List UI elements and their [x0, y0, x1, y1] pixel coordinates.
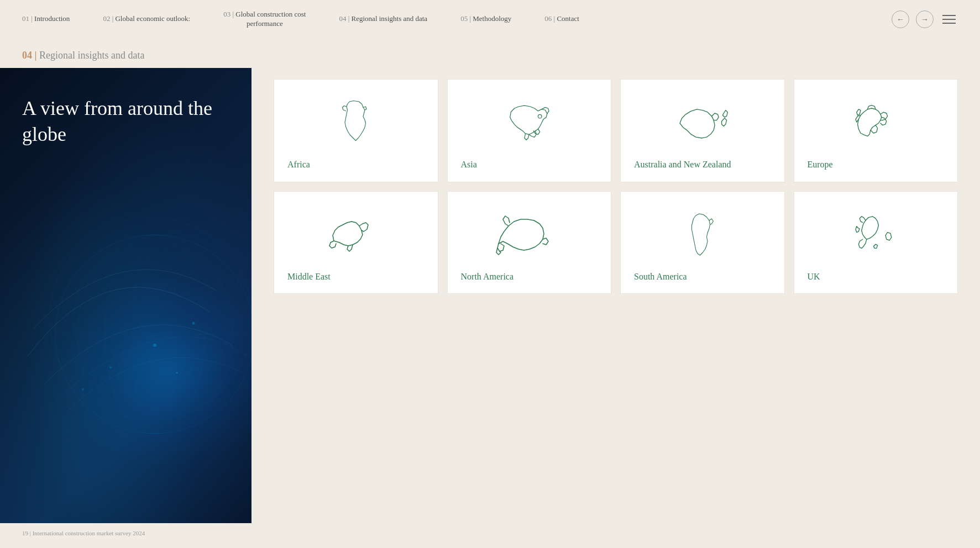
australia-label: Australia and New Zealand — [634, 159, 731, 171]
regions-section: Africa Asia — [251, 68, 980, 523]
uk-label: UK — [808, 271, 820, 283]
south-america-label: South America — [634, 271, 687, 283]
north-america-label: North America — [461, 271, 514, 283]
top-navigation: 01 | Introduction 02 | Global economic o… — [0, 0, 980, 39]
svg-point-10 — [109, 366, 112, 368]
region-card-asia[interactable]: Asia — [447, 79, 612, 182]
europe-icon — [808, 93, 945, 154]
asia-label: Asia — [461, 159, 477, 171]
asia-icon — [461, 93, 598, 154]
main-content: A view from around the globe Africa — [0, 68, 980, 523]
middle-east-icon — [287, 205, 425, 266]
page-title: 04 | Regional insights and data — [0, 39, 980, 68]
middle-east-label: Middle East — [287, 271, 331, 283]
regions-row-1: Africa Asia — [274, 79, 958, 182]
next-button[interactable]: → — [916, 10, 934, 28]
africa-icon — [287, 93, 425, 154]
svg-point-9 — [153, 344, 156, 347]
regions-row-2: Middle East North America — [274, 191, 958, 294]
australia-icon — [634, 93, 771, 154]
region-card-africa[interactable]: Africa — [274, 79, 438, 182]
nav-item-construction[interactable]: 03 | Global construction costperformance — [223, 10, 306, 29]
nav-item-economic[interactable]: 02 | Global economic outlook: — [103, 14, 190, 24]
svg-point-12 — [82, 388, 84, 391]
nav-item-methodology[interactable]: 05 | Methodology — [460, 14, 511, 24]
section-title: Regional insights and data — [39, 50, 144, 61]
page-number: 19 — [22, 530, 28, 536]
prev-button[interactable]: ← — [892, 10, 909, 28]
nav-item-contact[interactable]: 06 | Contact — [544, 14, 579, 24]
europe-label: Europe — [808, 159, 833, 171]
svg-point-14 — [538, 114, 542, 118]
south-america-icon — [634, 205, 771, 266]
region-card-middle-east[interactable]: Middle East — [274, 191, 438, 294]
africa-label: Africa — [287, 159, 310, 171]
footer-text: International construction market survey… — [33, 530, 145, 536]
nav-controls: ← → — [892, 10, 958, 28]
region-card-uk[interactable]: UK — [794, 191, 958, 294]
region-card-south-america[interactable]: South America — [620, 191, 785, 294]
nav-item-intro[interactable]: 01 | Introduction — [22, 14, 70, 24]
region-card-north-america[interactable]: North America — [447, 191, 612, 294]
globe-title: A view from around the globe — [22, 96, 229, 147]
globe-heading: A view from around the globe — [22, 96, 229, 147]
region-card-europe[interactable]: Europe — [794, 79, 958, 182]
svg-point-13 — [176, 372, 178, 373]
nav-item-regional[interactable]: 04 | Regional insights and data — [339, 14, 427, 24]
uk-icon — [808, 205, 945, 266]
region-card-australia[interactable]: Australia and New Zealand — [620, 79, 785, 182]
globe-section: A view from around the globe — [0, 68, 251, 523]
north-america-icon — [461, 205, 598, 266]
nav-items: 01 | Introduction 02 | Global economic o… — [22, 10, 892, 29]
section-number: 04 | — [22, 50, 36, 61]
footer: 19 | International construction market s… — [0, 523, 980, 543]
svg-point-11 — [192, 322, 195, 324]
hamburger-menu[interactable] — [940, 13, 958, 26]
